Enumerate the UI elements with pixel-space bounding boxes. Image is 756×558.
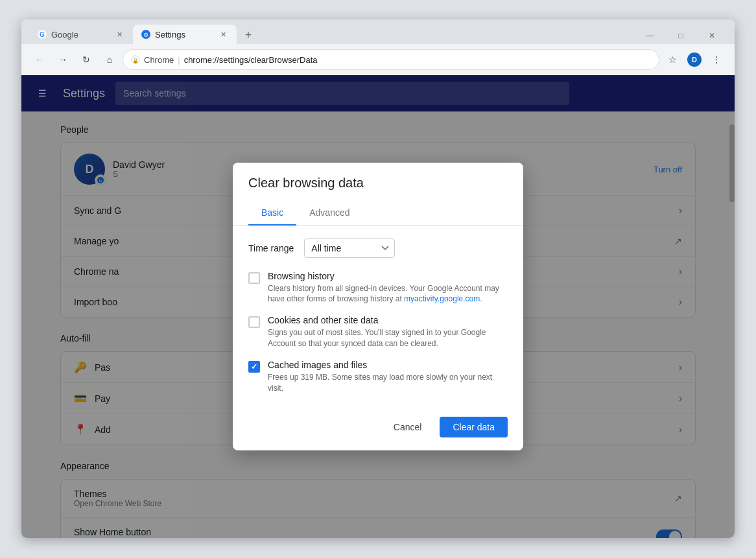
cached-item: Cached images and files Frees up 319 MB.… [248, 360, 508, 394]
cancel-button[interactable]: Cancel [381, 417, 435, 437]
svg-text:🔒: 🔒 [132, 57, 139, 64]
time-range-label: Time range [248, 243, 294, 253]
bookmark-button[interactable]: ☆ [662, 49, 683, 70]
address-prefix: Chrome [144, 55, 174, 65]
cached-checkbox[interactable] [248, 361, 260, 373]
toolbar-right: ☆ D ⋮ [662, 49, 727, 70]
settings-favicon-icon: ⚙ [141, 29, 151, 40]
dialog-header: Clear browsing data [233, 163, 523, 201]
cookies-desc: Signs you out of most sites. You'll stay… [268, 327, 508, 349]
browsing-history-title: Browsing history [268, 271, 508, 281]
cookies-item: Cookies and other site data Signs you ou… [248, 315, 508, 349]
tab-google[interactable]: G Google ✕ [29, 25, 133, 44]
minimize-button[interactable]: — [635, 27, 665, 45]
browser-toolbar: ← → ↻ ⌂ 🔒 Chrome | chrome://settings/cle… [21, 44, 735, 75]
dialog-footer: Cancel Clear data [233, 406, 523, 450]
cookies-checkbox[interactable] [248, 316, 260, 328]
tab-google-title: Google [51, 30, 110, 40]
svg-text:D: D [692, 56, 697, 64]
refresh-button[interactable]: ↻ [76, 49, 97, 70]
browsing-history-item: Browsing history Clears history from all… [248, 271, 508, 305]
tab-google-close-icon[interactable]: ✕ [113, 29, 125, 40]
browsing-history-label: Browsing history Clears history from all… [268, 271, 508, 305]
lock-icon: 🔒 [131, 55, 140, 64]
clear-browsing-data-dialog: Clear browsing data Basic Advanced Time … [233, 163, 523, 451]
tab-settings-close-icon[interactable]: ✕ [217, 29, 229, 40]
tab-settings[interactable]: ⚙ Settings ✕ [133, 25, 237, 44]
close-button[interactable]: ✕ [697, 27, 727, 45]
browsing-history-desc: Clears history from all signed-in device… [268, 283, 508, 305]
dialog-title: Clear browsing data [248, 176, 508, 191]
modal-overlay[interactable]: Clear browsing data Basic Advanced Time … [21, 75, 735, 538]
maximize-button[interactable]: □ [666, 27, 696, 45]
new-tab-button[interactable]: + [239, 26, 257, 44]
address-url: chrome://settings/clearBrowserData [184, 55, 318, 65]
google-favicon-icon: G [37, 29, 47, 40]
browser-window: G Google ✕ ⚙ Settings ✕ + — □ ✕ [21, 19, 735, 538]
cached-title: Cached images and files [268, 360, 508, 370]
settings-page: ☰ Settings People D G [21, 75, 735, 538]
browsing-history-desc-after: . [480, 294, 482, 303]
tab-basic[interactable]: Basic [248, 201, 296, 226]
time-range-row: Time range Last hour Last 24 hours Last … [248, 238, 508, 258]
cookies-label: Cookies and other site data Signs you ou… [268, 315, 508, 349]
forward-button[interactable]: → [53, 49, 73, 70]
title-bar: G Google ✕ ⚙ Settings ✕ + — □ ✕ [21, 19, 735, 44]
dialog-body: Time range Last hour Last 24 hours Last … [233, 226, 523, 407]
cookies-title: Cookies and other site data [268, 315, 508, 325]
tab-advanced[interactable]: Advanced [296, 201, 362, 226]
svg-text:G: G [40, 31, 45, 38]
browsing-history-checkbox[interactable] [248, 272, 260, 284]
back-button[interactable]: ← [29, 49, 50, 70]
address-bar[interactable]: 🔒 Chrome | chrome://settings/clearBrowse… [123, 49, 659, 70]
address-separator: | [178, 55, 180, 65]
cached-label: Cached images and files Frees up 319 MB.… [268, 360, 508, 394]
clear-data-button[interactable]: Clear data [440, 417, 508, 437]
window-controls: — □ ✕ [635, 27, 727, 45]
activity-link[interactable]: myactivity.google.com [404, 294, 480, 303]
time-range-select[interactable]: Last hour Last 24 hours Last 7 days Last… [304, 238, 395, 258]
cached-desc: Frees up 319 MB. Some sites may load mor… [268, 372, 508, 394]
tab-settings-title: Settings [155, 30, 213, 40]
dialog-tabs: Basic Advanced [233, 201, 523, 226]
svg-text:⚙: ⚙ [143, 32, 148, 38]
profile-button[interactable]: D [684, 49, 705, 70]
home-button[interactable]: ⌂ [99, 49, 120, 70]
menu-button[interactable]: ⋮ [706, 49, 727, 70]
